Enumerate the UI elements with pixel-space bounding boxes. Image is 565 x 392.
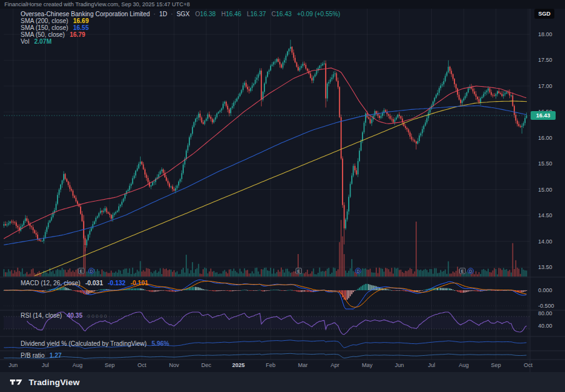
price-axis-label: 15.50	[538, 160, 552, 167]
event-marker-earnings[interactable]: E	[459, 268, 466, 274]
time-axis-label: Jul	[42, 362, 49, 368]
time-axis-label: Feb	[266, 362, 276, 368]
time-axis-label: Dec	[201, 362, 211, 368]
time-axis-label: Jun	[9, 362, 18, 368]
time-axis-label: Sep	[491, 362, 501, 368]
bottom-toolbar: TradingView	[0, 372, 565, 392]
time-axis-label: Oct	[138, 362, 146, 368]
rsi-axis-label: 40.00	[538, 323, 552, 329]
time-axis-label: Aug	[459, 362, 469, 368]
price-axis-label: 15.00	[538, 187, 552, 193]
time-axis-label: 2025	[232, 362, 244, 368]
tradingview-logo-icon[interactable]	[10, 378, 24, 386]
rsi-axis-label: 80.00	[538, 310, 552, 316]
time-axis-label: Oct	[524, 362, 532, 368]
macd-axis-label: -0.500	[538, 303, 554, 309]
time-axis-label: Nov	[169, 362, 179, 368]
time-axis-label: Mar	[298, 362, 308, 368]
event-marker-earnings[interactable]: E	[296, 268, 302, 274]
price-axis-label: 14.00	[538, 238, 552, 245]
time-axis-label: May	[362, 362, 372, 368]
time-axis-label: Sep	[104, 362, 114, 368]
time-axis-label: Jun	[395, 362, 404, 368]
price-axis-label: 16.00	[538, 135, 552, 141]
price-axis-label: 13.50	[538, 264, 552, 270]
time-axis-label: Jul	[428, 362, 436, 368]
price-axis-label: 14.50	[538, 212, 552, 218]
event-marker-earnings[interactable]: E	[78, 268, 84, 274]
event-marker-dividend[interactable]: D	[88, 268, 94, 274]
event-marker-dividend[interactable]: D	[355, 268, 361, 274]
last-price-badge: 16.43	[531, 111, 556, 120]
event-marker-dividend[interactable]: D	[468, 268, 474, 274]
tradingview-chart-window: FinancialHorse created with TradingView.…	[0, 0, 565, 392]
macd-axis-label: 0.000	[538, 287, 552, 293]
time-axis-label: Apr	[331, 362, 339, 368]
chart-canvas[interactable]	[0, 0, 565, 392]
currency-button[interactable]: SGD	[534, 9, 554, 19]
tradingview-wordmark[interactable]: TradingView	[29, 378, 79, 387]
price-axis-label: 17.50	[538, 57, 552, 63]
price-axis-label: 17.00	[538, 83, 552, 89]
price-axis-label: 18.00	[538, 31, 552, 37]
time-axis-label: Aug	[72, 362, 82, 368]
